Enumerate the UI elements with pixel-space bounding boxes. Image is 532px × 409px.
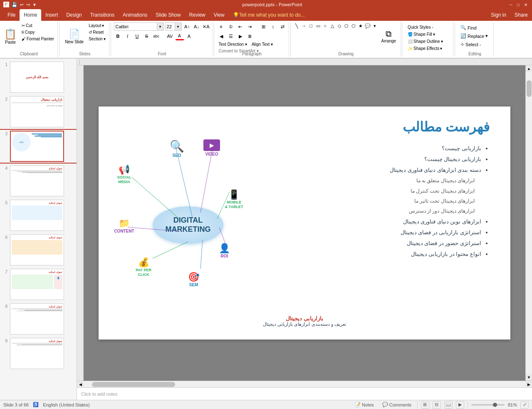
accessibility-icon[interactable]: ♿ xyxy=(33,402,39,407)
slide-bullets[interactable]: بازاریابی چیست؟ بازاریابی دیجیتال چیست؟ … xyxy=(390,144,490,260)
line-spacing-btn[interactable]: ↕ xyxy=(269,22,277,31)
select-button[interactable]: ⊹ Select - xyxy=(458,41,483,48)
sign-in-btn[interactable]: Sign in xyxy=(487,9,510,21)
paste-button[interactable]: 📋 Paste xyxy=(2,22,19,50)
font-size-combo[interactable]: ▼ xyxy=(165,22,182,31)
notes-btn[interactable]: 📝 Notes xyxy=(352,401,376,408)
h-scroll-thumb[interactable] xyxy=(92,382,175,387)
bold-btn[interactable]: B xyxy=(114,32,122,40)
shape-star[interactable]: ★ xyxy=(357,22,364,29)
tab-slideshow[interactable]: Slide Show xyxy=(151,9,185,21)
slide-thumb-9[interactable]: 9 عنوان اسلاید xyxy=(0,337,77,370)
shape-callout[interactable]: 💬 xyxy=(364,22,371,29)
align-center-btn[interactable]: ☰ xyxy=(227,32,235,40)
tab-home[interactable]: Home xyxy=(20,9,41,21)
scroll-thumb[interactable] xyxy=(527,80,532,97)
decrease-font-btn[interactable]: A↓ xyxy=(193,22,201,31)
share-btn[interactable]: Share xyxy=(510,9,532,21)
comments-btn[interactable]: 💬 Comments xyxy=(380,401,414,408)
quick-access-redo[interactable]: ↪ xyxy=(26,2,30,7)
tab-view[interactable]: View xyxy=(210,9,229,21)
scroll-down-btn[interactable]: ▼ xyxy=(526,374,532,381)
scroll-track[interactable] xyxy=(526,72,532,374)
canvas-wrapper[interactable]: فهرست مطالب بازاریابی چیست؟ بازاریابی دی… xyxy=(84,65,525,381)
zoom-thumb[interactable] xyxy=(493,403,497,407)
new-slide-button[interactable]: 📄 New Slide xyxy=(62,22,86,50)
arrange-button[interactable]: ⧉ Arrange xyxy=(379,22,399,50)
shape-oval[interactable]: ○ xyxy=(322,22,329,29)
font-highlight-btn[interactable]: A xyxy=(185,32,193,40)
find-button[interactable]: 🔍 Find xyxy=(458,24,479,31)
align-left-btn[interactable]: ◀ xyxy=(217,32,225,40)
shape-triangle[interactable]: △ xyxy=(329,22,336,29)
slide-sorter-btn[interactable]: ⊟ xyxy=(433,401,441,409)
bullets-btn[interactable]: ≡ xyxy=(217,22,225,31)
tab-transitions[interactable]: Transitions xyxy=(86,9,119,21)
font-name-combo[interactable]: ▼ xyxy=(114,22,164,31)
shape-hexagon[interactable]: ⬡ xyxy=(350,22,357,29)
section-button[interactable]: Section ▾ xyxy=(87,36,107,42)
align-right-btn[interactable]: ▶ xyxy=(236,32,245,40)
shape-diamond[interactable]: ◇ xyxy=(336,22,343,29)
reading-view-btn[interactable]: 📖 xyxy=(444,401,453,409)
columns-btn[interactable]: ⊞ xyxy=(260,22,268,31)
reset-button[interactable]: ↺Reset xyxy=(87,29,107,35)
normal-view-btn[interactable]: ⊞ xyxy=(421,401,429,409)
slide-thumb-6[interactable]: 6 عنوان اسلاید xyxy=(0,233,77,266)
slide-thumb-5[interactable]: 5 عنوان اسلاید xyxy=(0,199,77,232)
v-scrollbar[interactable]: ▲ ▼ xyxy=(525,65,532,381)
tab-file[interactable]: File xyxy=(3,9,20,21)
shape-fill-btn[interactable]: 🪣 Shape Fill ▾ xyxy=(405,31,437,37)
quick-access-save[interactable]: 💾 xyxy=(12,2,17,7)
font-size-dropdown[interactable]: ▼ xyxy=(175,23,181,30)
zoom-slider[interactable] xyxy=(471,404,505,406)
shape-arrow[interactable]: → xyxy=(301,22,307,29)
scroll-up-btn[interactable]: ▲ xyxy=(526,65,532,72)
close-btn[interactable]: ✕ xyxy=(523,2,529,7)
tab-tell-me[interactable]: 💡 Tell me what you want to do... xyxy=(229,9,309,21)
slideshow-view-btn[interactable]: ▶ xyxy=(456,401,464,409)
minimize-btn[interactable]: ─ xyxy=(508,2,514,7)
increase-indent-btn[interactable]: ⇥ xyxy=(246,22,254,31)
slide-thumb-8[interactable]: 8 عنوان اسلاید xyxy=(0,302,77,335)
clear-format-btn[interactable]: ✕A xyxy=(202,22,210,31)
font-name-dropdown[interactable]: ▼ xyxy=(157,23,163,30)
para-direction-btn[interactable]: ⇄ xyxy=(279,22,287,31)
tab-review[interactable]: Review xyxy=(185,9,209,21)
maximize-btn[interactable]: □ xyxy=(515,2,521,7)
underline-btn[interactable]: U xyxy=(133,32,141,40)
notes-area[interactable]: Click to add notes xyxy=(77,387,532,400)
window-controls[interactable]: ─ □ ✕ xyxy=(508,2,529,7)
shape-pentagon[interactable]: ⬠ xyxy=(343,22,350,29)
tab-animations[interactable]: Animations xyxy=(119,9,151,21)
text-direction-btn[interactable]: Text Direction ▾ xyxy=(217,42,249,47)
shape-outline-btn[interactable]: ⬜ Shape Outline ▾ xyxy=(405,38,445,45)
format-painter-button[interactable]: 🖌Format Painter xyxy=(20,36,56,42)
layout-button[interactable]: Layout ▾ xyxy=(87,22,107,29)
font-color-btn[interactable]: A xyxy=(176,32,184,40)
tab-design[interactable]: Design xyxy=(62,9,86,21)
tab-insert[interactable]: Insert xyxy=(41,9,62,21)
scroll-right-btn[interactable]: ▶ xyxy=(525,381,532,388)
quick-styles-btn[interactable]: Quick Styles - xyxy=(405,24,436,30)
quick-access-more[interactable]: ▼ xyxy=(32,2,37,7)
char-spacing-btn[interactable]: AV xyxy=(166,32,174,40)
copy-button[interactable]: ⎘Copy xyxy=(20,29,56,35)
scroll-left-btn[interactable]: ◀ xyxy=(77,381,84,388)
shape-line[interactable]: ╲ xyxy=(294,22,300,29)
cut-button[interactable]: ✂Cut xyxy=(20,22,56,29)
replace-button[interactable]: 🔄 Replace ▾ xyxy=(458,32,490,40)
shape-rounded-rect[interactable]: ▭ xyxy=(315,22,322,29)
slide-thumb-2[interactable]: 2 بازاریابی دیجیتال تعریف و دسته‌بندی xyxy=(0,95,77,128)
slide-thumb-1[interactable]: 1 بسم الله الرحمن xyxy=(0,61,77,94)
strikethrough-btn[interactable]: S xyxy=(143,32,151,40)
quick-access-undo[interactable]: ↩ xyxy=(20,2,24,7)
slide-thumb-4[interactable]: 4 عنوان اسلاید xyxy=(0,164,77,197)
slide-thumb-7[interactable]: 7 عنوان اسلاید 👤 xyxy=(0,268,77,301)
align-text-btn[interactable]: Align Text ▾ xyxy=(250,42,275,47)
fit-slide-btn[interactable]: ⤢ xyxy=(520,401,529,409)
slide-thumb-3[interactable]: 3 DM xyxy=(0,130,77,163)
font-size-input[interactable] xyxy=(166,24,175,29)
shadow-btn[interactable]: abc xyxy=(152,32,161,40)
shape-more[interactable]: ▾ xyxy=(371,22,378,29)
